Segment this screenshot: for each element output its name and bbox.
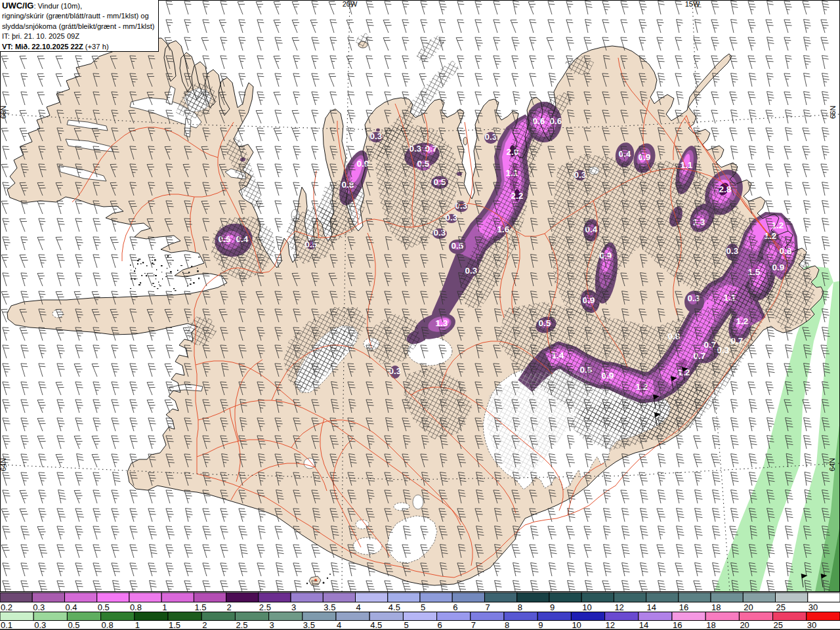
svg-text:0.3: 0.3 <box>574 170 587 180</box>
svg-text:20: 20 <box>740 620 749 630</box>
svg-text:30: 30 <box>807 620 816 630</box>
svg-text:1.5: 1.5 <box>169 620 180 630</box>
svg-text:25: 25 <box>774 620 783 630</box>
svg-text:0.5: 0.5 <box>539 318 551 328</box>
svg-text:1.2: 1.2 <box>765 231 777 241</box>
svg-text:0.3: 0.3 <box>410 144 422 154</box>
svg-text:0.3: 0.3 <box>389 366 402 376</box>
svg-text:1.6: 1.6 <box>497 224 510 234</box>
svg-text:2.8: 2.8 <box>719 184 732 194</box>
svg-text:0.3: 0.3 <box>370 131 383 141</box>
svg-text:3.5: 3.5 <box>324 602 335 612</box>
svg-text:3: 3 <box>270 620 274 630</box>
svg-text:0.5: 0.5 <box>68 620 79 630</box>
svg-text:0.5: 0.5 <box>305 240 318 249</box>
svg-text:0.7: 0.7 <box>425 144 438 154</box>
svg-text:30: 30 <box>808 602 818 612</box>
svg-text:9: 9 <box>550 602 555 612</box>
svg-text:18: 18 <box>711 602 721 612</box>
svg-text:6: 6 <box>453 602 457 612</box>
svg-text:1.4: 1.4 <box>552 350 564 360</box>
svg-text:7: 7 <box>471 620 476 630</box>
svg-text:0.8: 0.8 <box>342 180 354 190</box>
svg-text:14: 14 <box>639 620 648 630</box>
svg-text:0.9: 0.9 <box>639 152 651 162</box>
svg-text:0.6: 0.6 <box>533 116 545 126</box>
svg-text:10: 10 <box>582 602 591 612</box>
svg-text:8: 8 <box>505 620 509 630</box>
svg-text:0.9: 0.9 <box>600 251 612 261</box>
svg-text:1.5: 1.5 <box>194 602 206 612</box>
svg-text:0.1: 0.1 <box>1 620 12 630</box>
svg-text:0.3: 0.3 <box>446 213 458 222</box>
svg-text:0.6: 0.6 <box>550 116 562 126</box>
svg-text:0.4: 0.4 <box>66 602 77 612</box>
svg-text:0.8: 0.8 <box>130 602 142 612</box>
svg-text:0.9: 0.9 <box>772 262 785 272</box>
svg-text:2: 2 <box>227 602 232 612</box>
svg-text:10: 10 <box>572 620 581 630</box>
svg-text:20: 20 <box>744 602 753 612</box>
svg-text:0.3: 0.3 <box>465 266 478 276</box>
svg-text:16: 16 <box>679 602 688 612</box>
svg-text:0.4: 0.4 <box>619 149 631 159</box>
svg-text:66N: 66N <box>829 106 837 119</box>
svg-text:0.3: 0.3 <box>434 228 446 238</box>
svg-text:5: 5 <box>404 620 408 630</box>
svg-text:0.7: 0.7 <box>731 336 744 346</box>
svg-text:0.5: 0.5 <box>417 159 430 169</box>
svg-text:0.3: 0.3 <box>717 345 730 355</box>
svg-text:2: 2 <box>202 620 207 630</box>
svg-text:1.2: 1.2 <box>636 382 648 392</box>
svg-text:1: 1 <box>135 620 140 630</box>
svg-text:12: 12 <box>606 620 615 630</box>
svg-text:12: 12 <box>614 602 623 612</box>
svg-text:0.2: 0.2 <box>1 602 12 612</box>
svg-text:4: 4 <box>356 602 361 612</box>
svg-text:1.2: 1.2 <box>772 220 784 230</box>
svg-text:1.1: 1.1 <box>681 160 693 170</box>
svg-text:8: 8 <box>518 602 522 612</box>
svg-text:0.8: 0.8 <box>102 620 114 630</box>
svg-text:6: 6 <box>438 620 442 630</box>
svg-text:2.5: 2.5 <box>236 620 247 630</box>
svg-text:5: 5 <box>421 602 425 612</box>
svg-text:4.5: 4.5 <box>388 602 400 612</box>
svg-text:25: 25 <box>776 602 786 612</box>
svg-text:4: 4 <box>337 620 341 630</box>
svg-text:66N: 66N <box>0 106 7 119</box>
svg-text:0.3: 0.3 <box>688 293 700 303</box>
svg-text:9: 9 <box>538 620 543 630</box>
svg-text:0.3: 0.3 <box>33 602 45 612</box>
svg-text:14: 14 <box>647 602 656 612</box>
svg-text:18: 18 <box>706 620 715 630</box>
svg-text:0.3: 0.3 <box>34 620 46 630</box>
svg-text:7: 7 <box>486 602 490 612</box>
svg-text:64N: 64N <box>828 458 836 471</box>
svg-text:3: 3 <box>291 602 296 612</box>
svg-text:1.3: 1.3 <box>436 318 448 328</box>
svg-text:3.5: 3.5 <box>303 620 315 630</box>
svg-text:0.5: 0.5 <box>98 602 110 612</box>
svg-text:1: 1 <box>162 602 167 612</box>
svg-text:0.7: 0.7 <box>694 351 706 361</box>
svg-text:0.3: 0.3 <box>455 201 468 211</box>
svg-text:2.5: 2.5 <box>259 602 271 612</box>
svg-text:2.2: 2.2 <box>511 191 524 201</box>
svg-text:16: 16 <box>673 620 682 630</box>
svg-text:4.5: 4.5 <box>370 620 382 630</box>
